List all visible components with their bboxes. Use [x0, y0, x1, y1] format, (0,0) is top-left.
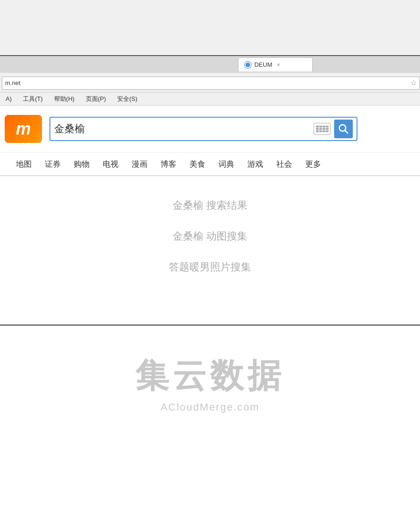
results-area: 金桑榆 搜索结果 金桑榆 动图搜集 答题暖男照片搜集 — [0, 176, 420, 326]
search-icon — [338, 124, 349, 134]
nav-item-food[interactable]: 美食 — [183, 153, 212, 175]
search-input[interactable] — [54, 123, 314, 135]
nav-item-dictionary[interactable]: 词典 — [212, 153, 241, 175]
nav-item-more[interactable]: 更多 — [299, 153, 328, 175]
watermark-cn-text: 集云数据 — [135, 354, 285, 398]
menu-item-help[interactable]: 帮助(H) — [49, 92, 80, 105]
keyboard-icon[interactable] — [314, 123, 330, 135]
result-item-3[interactable]: 答题暖男照片搜集 — [169, 260, 251, 274]
keyboard-grid — [316, 126, 329, 132]
nav-item-society[interactable]: 社会 — [270, 153, 299, 175]
logo-text: m — [16, 119, 31, 139]
search-header: m — [0, 106, 420, 153]
bookmark-icon[interactable]: ☆ — [410, 78, 417, 87]
tab-globe-icon — [244, 61, 252, 69]
menu-bar: A) 工具(T) 帮助(H) 页面(P) 安全(S) — [0, 92, 420, 106]
nav-item-games[interactable]: 游戏 — [241, 153, 270, 175]
svg-line-1 — [345, 130, 348, 133]
tab-label: DEUM — [254, 61, 272, 68]
tab-close-button[interactable]: × — [277, 62, 280, 68]
watermark-area: 集云数据 ACloudMerge.com — [0, 326, 420, 423]
address-bar[interactable]: m.net ☆ — [2, 77, 420, 90]
menu-item-security[interactable]: 安全(S) — [112, 92, 143, 105]
url-text: m.net — [5, 79, 407, 86]
nav-item-blog[interactable]: 博客 — [154, 153, 183, 175]
search-box-container — [49, 117, 357, 141]
browser-tab[interactable]: DEUM × — [238, 57, 313, 71]
result-item-1[interactable]: 金桑榆 搜索结果 — [173, 198, 247, 212]
search-box — [49, 117, 357, 141]
nav-item-stocks[interactable]: 证券 — [38, 153, 67, 175]
nav-bar: 地图 证券 购物 电视 漫画 博客 美食 词典 游戏 社会 更多 — [0, 153, 420, 176]
menu-item-page[interactable]: 页面(P) — [80, 92, 112, 105]
site-logo: m — [5, 115, 42, 143]
nav-item-shopping[interactable]: 购物 — [67, 153, 96, 175]
menu-item-a[interactable]: A) — [0, 92, 17, 105]
nav-item-manga[interactable]: 漫画 — [125, 153, 154, 175]
menu-item-tools[interactable]: 工具(T) — [17, 92, 49, 105]
site-content: m 地 — [0, 106, 420, 423]
nav-item-map[interactable]: 地图 — [9, 153, 38, 175]
search-button[interactable] — [334, 120, 353, 138]
watermark-en-text: ACloudMerge.com — [161, 401, 259, 413]
result-item-2[interactable]: 金桑榆 动图搜集 — [173, 229, 247, 243]
nav-item-tv[interactable]: 电视 — [96, 153, 125, 175]
